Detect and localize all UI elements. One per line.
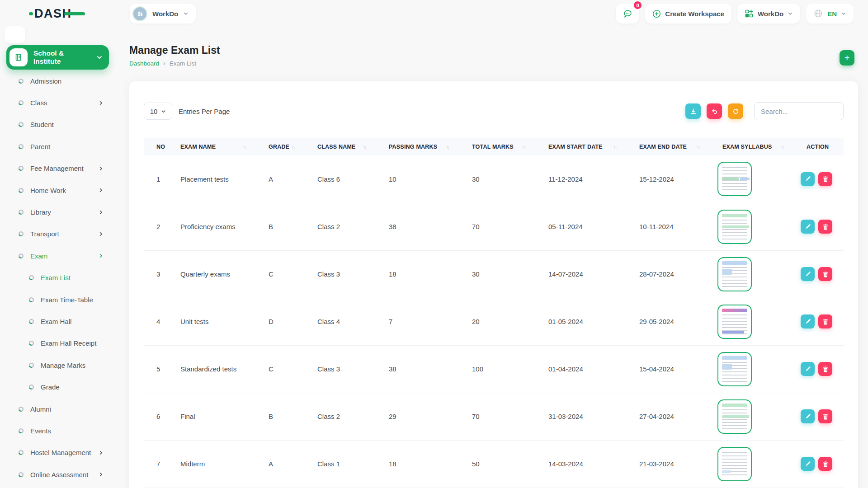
sidebar-item-parent[interactable]: Parent [0,136,120,157]
sort-icon[interactable]: ↑↓ [292,145,294,150]
refresh-button[interactable] [728,103,743,119]
app-root: DASH WorkDo [0,0,868,488]
edit-exam-button[interactable] [801,172,815,186]
column-header-passing-marks[interactable]: PASSING MARKS↑↓ [377,138,461,155]
sidebar-item-events[interactable]: Events [0,420,120,441]
delete-exam-button[interactable] [818,457,832,471]
cell-no: 1 [144,155,169,203]
breadcrumb-dashboard-link[interactable]: Dashboard [129,60,159,67]
pencil-icon [805,176,811,182]
column-header-exam-name[interactable]: EXAM NAME↑↓ [169,138,257,155]
cell-exam-end-date: 15-04-2024 [628,345,711,393]
pencil-icon [805,224,811,230]
edit-exam-button[interactable] [801,314,815,328]
cell-exam-start-date: 14-07-2024 [537,250,628,298]
sidebar-item-exam-time-table[interactable]: Exam Time-Table [0,289,120,310]
sidebar-item-label: Student [30,121,54,128]
cell-no: 5 [144,345,169,393]
sidebar-collapse-button[interactable] [5,26,25,43]
column-header-total-marks[interactable]: TOTAL MARKS↑↓ [461,138,537,155]
sidebar-item-label: Admission [30,77,61,85]
delete-exam-button[interactable] [818,220,832,234]
search-input[interactable] [754,102,844,120]
trash-icon [822,413,829,420]
column-header-exam-end-date[interactable]: EXAM END DATE↑↓ [628,138,711,155]
delete-exam-button[interactable] [818,172,832,186]
sidebar-item-label: Exam List [41,274,71,282]
sidebar-item-class[interactable]: Class [0,92,120,113]
app-menu-dropdown[interactable]: WorkDo [737,4,800,23]
sidebar-item-exam-hall-receipt[interactable]: Exam Hall Receipt [0,333,120,354]
cell-passing-marks: 38 [377,203,461,250]
sidebar-item-fee-management[interactable]: Fee Management [0,158,120,179]
sidebar-item-exam[interactable]: Exam [0,245,120,267]
sidebar-item-label: Exam Time-Table [41,296,93,304]
column-header-class-name[interactable]: CLASS NAME↑↓ [306,138,377,155]
create-workspace-button[interactable]: Create Workspace [645,4,731,23]
circle-notch-icon [18,188,24,193]
exam-syllabus-thumbnail[interactable] [717,305,752,339]
sidebar-item-transport[interactable]: Transport [0,223,120,245]
sidebar-item-label: Grade [41,383,60,391]
sort-icon[interactable]: ↑↓ [523,145,525,150]
sidebar-item-label: Exam Hall Receipt [41,339,96,347]
exam-syllabus-thumbnail[interactable] [717,257,752,291]
exam-syllabus-thumbnail[interactable] [717,447,752,481]
delete-exam-button[interactable] [818,267,832,281]
sidebar-item-exam-list[interactable]: Exam List [0,267,120,289]
exam-syllabus-thumbnail[interactable] [717,162,752,196]
entries-per-page-select[interactable]: 10 [144,103,172,120]
edit-exam-button[interactable] [801,220,815,234]
exam-syllabus-thumbnail[interactable] [717,352,752,386]
cell-exam-start-date: 01-04-2024 [537,345,628,393]
sidebar-item-grade[interactable]: Grade [0,376,120,398]
edit-exam-button[interactable] [801,362,815,376]
sidebar-item-alumni[interactable]: Alumni [0,398,120,420]
toolbar-actions [685,102,844,120]
cell-grade: A [257,155,306,203]
sidebar-item-hostel-management[interactable]: Hostel Management [0,442,120,464]
messages-button[interactable]: 0 [616,4,639,23]
exam-syllabus-thumbnail[interactable] [717,399,752,434]
exam-syllabus-thumbnail[interactable] [717,210,752,244]
column-header-grade[interactable]: GRADE↑↓ [257,138,306,155]
edit-exam-button[interactable] [801,267,815,281]
sort-icon[interactable]: ↑↓ [613,145,616,150]
pencil-icon [805,319,811,325]
language-dropdown[interactable]: EN [806,4,854,23]
column-header-exam-start-date[interactable]: EXAM START DATE↑↓ [537,138,628,155]
cell-total-marks: 70 [461,203,537,250]
delete-exam-button[interactable] [818,409,832,423]
cell-action [795,155,844,203]
sort-icon[interactable]: ↑↓ [781,145,783,150]
sidebar-section-school-institute[interactable]: School & Institute [6,45,109,70]
circle-notch-icon [28,340,34,346]
delete-exam-button[interactable] [818,314,832,328]
cell-exam-end-date: 15-12-2024 [628,155,711,203]
reset-button[interactable] [707,103,722,119]
sort-icon[interactable]: ↑↓ [446,145,449,150]
delete-exam-button[interactable] [818,362,832,376]
sidebar-item-home-work[interactable]: Home Work [0,179,120,201]
edit-exam-button[interactable] [801,409,815,423]
undo-icon [711,108,718,115]
sort-icon[interactable]: ↑↓ [697,145,699,150]
sidebar-item-manage-marks[interactable]: Manage Marks [0,354,120,376]
export-download-button[interactable] [685,103,701,119]
cell-grade: C [257,250,306,298]
sort-icon[interactable]: ↑↓ [363,145,366,150]
circle-notch-icon [18,253,24,259]
sort-icon[interactable]: ↑↓ [243,145,245,150]
sidebar-item-library[interactable]: Library [0,201,120,223]
plus-circle-icon [652,9,661,18]
cell-passing-marks: 18 [377,440,461,488]
sidebar-item-label: Transport [30,230,59,238]
sidebar-item-online-assessment[interactable]: Online Assessment [0,464,120,485]
column-header-exam-syllabus[interactable]: EXAM SYLLABUS↑↓ [711,138,795,155]
workspace-switcher[interactable]: WorkDo [130,4,196,23]
sidebar-item-student[interactable]: Student [0,114,120,136]
edit-exam-button[interactable] [801,457,815,471]
add-exam-button[interactable]: + [840,50,854,66]
sidebar-item-admission[interactable]: Admission [0,70,120,92]
sidebar-item-exam-hall[interactable]: Exam Hall [0,310,120,332]
